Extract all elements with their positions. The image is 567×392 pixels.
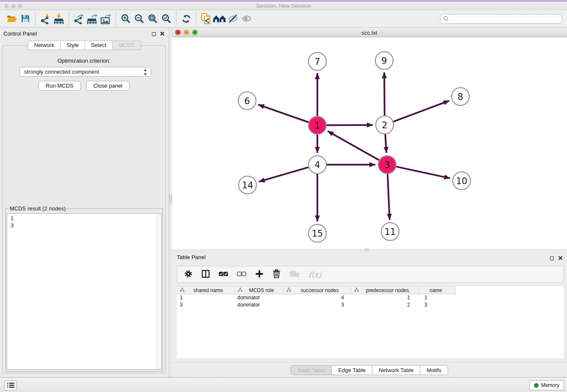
network-canvas[interactable]: 7968124314101511 (172, 37, 567, 249)
cell-name[interactable]: 1 (419, 295, 456, 301)
import-table-icon[interactable] (52, 12, 66, 25)
graph-node-11[interactable]: 11 (381, 223, 399, 240)
graph-edge-3-10[interactable] (396, 167, 450, 178)
zoom-selected-icon[interactable] (160, 12, 173, 25)
canvas-splitter-handle[interactable] (365, 248, 369, 251)
result-scrollbar[interactable] (157, 214, 161, 369)
refresh-icon[interactable] (179, 12, 193, 25)
cell-mcds-role[interactable]: dominator (235, 295, 284, 301)
close-panel-icon[interactable] (160, 31, 165, 37)
node-table-header: shared name MCDS role successor nodes pr… (177, 286, 564, 294)
graph-edge-4-14[interactable] (259, 167, 308, 182)
graph-edge-2-9[interactable] (384, 72, 385, 116)
select-stepper-icon (143, 69, 147, 77)
cell-predecessor-nodes[interactable]: 2 (351, 302, 419, 308)
zoom-in-icon[interactable] (119, 12, 132, 25)
column-header-mcds-role[interactable]: MCDS role (235, 286, 284, 294)
memory-status-icon (534, 383, 539, 388)
graph-edge-1-6[interactable] (258, 105, 308, 122)
close-panel-button[interactable]: Close panel (86, 81, 130, 91)
graph-node-4[interactable]: 4 (308, 156, 326, 174)
cell-successor-nodes[interactable]: 3 (284, 302, 351, 308)
tab-select[interactable]: Select (85, 41, 113, 50)
tab-node-table[interactable]: Node Table (291, 365, 332, 375)
cell-predecessor-nodes[interactable]: 1 (351, 295, 419, 301)
cell-successor-nodes[interactable]: 4 (284, 295, 351, 301)
tab-network[interactable]: Network (28, 41, 61, 50)
table-row[interactable]: 3dominator323 (177, 301, 564, 309)
tab-motifs[interactable]: Motifs (420, 365, 448, 375)
graph-edge-2-3[interactable] (385, 134, 386, 153)
show-columns-icon[interactable] (201, 270, 210, 279)
graph-node-9[interactable]: 9 (375, 52, 393, 69)
graph-edge-2-8[interactable] (394, 101, 449, 121)
graph-node-15[interactable]: 15 (308, 224, 326, 242)
table-settings-icon[interactable] (184, 270, 193, 279)
delete-column-icon[interactable] (272, 269, 281, 279)
float-panel-icon[interactable] (550, 257, 554, 260)
mcds-result-textarea[interactable]: 1 3 (7, 213, 162, 370)
search-field-container (440, 14, 562, 24)
tab-style[interactable]: Style (61, 41, 85, 50)
save-icon[interactable] (19, 12, 32, 25)
node-table: shared name MCDS role successor nodes pr… (177, 286, 564, 358)
column-header-shared-name[interactable]: shared name (177, 286, 235, 294)
column-header-name[interactable]: name (419, 286, 456, 294)
graph-edge-3-11[interactable] (388, 174, 390, 220)
memory-button[interactable]: Memory (529, 380, 564, 390)
graph-node-label: 2 (382, 120, 387, 130)
graph-node-10[interactable]: 10 (453, 172, 471, 190)
tab-edge-table[interactable]: Edge Table (332, 365, 372, 375)
zoom-out-icon[interactable] (132, 12, 146, 25)
cell-name[interactable]: 3 (419, 302, 456, 308)
toolbar-separator (69, 11, 69, 26)
network-window-titlebar[interactable]: scc.txt (172, 28, 567, 37)
graph-node-8[interactable]: 8 (451, 88, 469, 105)
run-mcds-button[interactable]: Run MCDS (39, 81, 81, 91)
select-all-columns-icon[interactable] (219, 271, 228, 278)
eye-icon[interactable] (240, 12, 253, 25)
function-builder-icon[interactable]: f(x) (308, 270, 322, 279)
home-icon[interactable] (213, 12, 226, 25)
export-network-icon[interactable] (72, 12, 85, 25)
float-panel-icon[interactable] (152, 32, 156, 36)
cell-shared-name[interactable]: 3 (177, 302, 235, 308)
table-row[interactable]: 1dominator411 (177, 294, 564, 301)
graph-edge-3-1[interactable] (328, 131, 379, 160)
zoom-fit-icon[interactable] (146, 12, 160, 25)
graph-node-label: 15 (312, 229, 323, 239)
graph-node-3[interactable]: 3 (378, 156, 396, 174)
control-panel-title: Control Panel (3, 30, 37, 37)
column-header-successor-nodes[interactable]: successor nodes (284, 286, 351, 294)
delete-table-icon[interactable] (289, 271, 300, 279)
criterion-select[interactable]: strongly connected component (19, 67, 151, 77)
graph-node-6[interactable]: 6 (238, 92, 256, 110)
deselect-all-columns-icon[interactable] (237, 271, 246, 278)
cell-mcds-role[interactable]: dominator (235, 302, 284, 308)
export-image-icon[interactable] (99, 12, 113, 25)
export-table-icon[interactable] (85, 12, 99, 25)
graph-node-2[interactable]: 2 (376, 116, 394, 134)
panel-splitter-handle[interactable] (169, 195, 172, 204)
column-header-predecessor-nodes[interactable]: predecessor nodes (351, 286, 419, 294)
import-network-icon[interactable] (39, 12, 52, 25)
task-history-button[interactable] (4, 380, 17, 390)
column-type-icon (180, 287, 184, 293)
search-input[interactable] (440, 14, 562, 24)
toolbar-separator (35, 11, 36, 26)
cell-shared-name[interactable]: 1 (177, 295, 235, 301)
graph-node-14[interactable]: 14 (239, 176, 256, 194)
graph-node-7[interactable]: 7 (308, 52, 326, 70)
eye-slash-icon[interactable] (226, 12, 240, 25)
add-column-icon[interactable] (255, 270, 264, 279)
open-folder-icon[interactable] (5, 12, 19, 25)
tab-mcds[interactable]: MCDS (113, 41, 141, 50)
tab-network-table[interactable]: Network Table (372, 365, 420, 375)
graph-edge-1-2[interactable] (327, 125, 373, 125)
graph-node-1[interactable]: 1 (308, 116, 326, 134)
graph-node-label: 11 (385, 227, 396, 237)
graph-node-label: 1 (314, 121, 320, 131)
close-panel-icon[interactable] (558, 255, 563, 262)
network-from-selection-icon[interactable] (199, 12, 213, 25)
mcds-result-title: MCDS result (2 nodes) (8, 205, 67, 212)
